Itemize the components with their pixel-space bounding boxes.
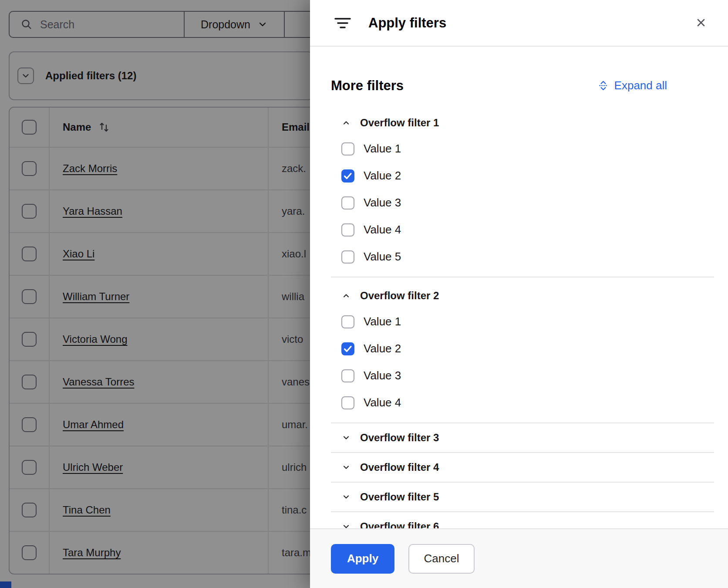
value-label: Value 2 [364, 169, 401, 182]
value-checkbox[interactable] [341, 169, 354, 182]
close-icon [694, 16, 708, 29]
filter-value-row[interactable]: Value 3 [341, 369, 714, 382]
value-checkbox[interactable] [341, 142, 354, 155]
panel-header: Apply filters [310, 0, 728, 47]
close-panel-button[interactable] [693, 15, 709, 30]
filter-section-label: Overflow filter 3 [360, 432, 439, 444]
chevron-down-icon [342, 522, 351, 528]
filter-section-label: Overflow filter 1 [360, 117, 439, 129]
filter-section: Overflow filter 1 Value 1 Value 2 Value … [331, 105, 714, 277]
filter-section: Overflow filter 2 Value 1 Value 2 Value … [331, 277, 714, 423]
value-label: Value 2 [364, 342, 401, 355]
value-label: Value 4 [364, 223, 401, 237]
filter-section-label: Overflow filter 4 [360, 461, 439, 473]
filter-section-label: Overflow filter 6 [360, 520, 439, 528]
filter-values: Value 1 Value 2 Value 3 Value 4 Value 5 [331, 132, 714, 277]
value-label: Value 4 [364, 396, 401, 409]
filter-section-toggle[interactable]: Overflow filter 6 [331, 512, 714, 528]
value-checkbox[interactable] [341, 223, 354, 237]
filter-lines-icon [334, 17, 351, 30]
value-checkbox[interactable] [341, 396, 354, 409]
filter-section-toggle[interactable]: Overflow filter 3 [331, 423, 714, 452]
filter-value-row[interactable]: Value 1 [341, 142, 714, 155]
filter-value-row[interactable]: Value 2 [341, 342, 714, 355]
filter-section: Overflow filter 5 [331, 483, 714, 512]
filter-section-label: Overflow filter 2 [360, 290, 439, 302]
filter-section-toggle[interactable]: Overflow filter 1 [331, 105, 714, 132]
checkmark-icon [343, 171, 353, 181]
filter-value-row[interactable]: Value 2 [341, 169, 714, 182]
chevron-down-icon [342, 493, 351, 501]
checkmark-icon [343, 344, 353, 354]
expand-all-label: Expand all [614, 79, 667, 92]
chevron-up-icon [342, 118, 351, 127]
value-label: Value 3 [364, 196, 401, 210]
chevron-down-icon [342, 433, 351, 442]
filter-value-row[interactable]: Value 4 [341, 396, 714, 409]
filter-section: Overflow filter 6 [331, 512, 714, 528]
value-label: Value 3 [364, 369, 401, 382]
value-checkbox[interactable] [341, 196, 354, 210]
filter-section-toggle[interactable]: Overflow filter 2 [331, 277, 714, 304]
value-checkbox[interactable] [341, 250, 354, 264]
filter-section: Overflow filter 4 [331, 453, 714, 483]
value-checkbox[interactable] [341, 315, 354, 328]
value-label: Value 1 [364, 315, 401, 328]
cancel-button[interactable]: Cancel [408, 544, 475, 574]
panel-title: Apply filters [368, 15, 446, 31]
filter-values: Value 1 Value 2 Value 3 Value 4 [331, 304, 714, 422]
filter-section-toggle[interactable]: Overflow filter 5 [331, 483, 714, 511]
filter-section-toggle[interactable]: Overflow filter 4 [331, 453, 714, 482]
unfold-vertical-icon [597, 80, 609, 91]
filter-section-label: Overflow filter 5 [360, 491, 439, 503]
value-label: Value 1 [364, 142, 401, 155]
more-filters-heading: More filters [331, 78, 404, 94]
filter-value-row[interactable]: Value 1 [341, 315, 714, 328]
chevron-up-icon [342, 291, 351, 300]
filter-section: Overflow filter 3 [331, 423, 714, 453]
value-checkbox[interactable] [341, 342, 354, 355]
apply-button[interactable]: Apply [331, 544, 394, 574]
panel-footer: Apply Cancel [310, 528, 728, 588]
apply-filters-panel: Apply filters More filters Expand all [310, 0, 728, 588]
filter-value-row[interactable]: Value 4 [341, 223, 714, 237]
more-filters-row: More filters Expand all [331, 67, 714, 105]
panel-body: More filters Expand all Overflow filter … [310, 47, 728, 528]
chevron-down-icon [342, 463, 351, 472]
value-label: Value 5 [364, 250, 401, 264]
value-checkbox[interactable] [341, 369, 354, 382]
filter-value-row[interactable]: Value 5 [341, 250, 714, 264]
expand-all-button[interactable]: Expand all [597, 79, 667, 92]
filter-value-row[interactable]: Value 3 [341, 196, 714, 210]
